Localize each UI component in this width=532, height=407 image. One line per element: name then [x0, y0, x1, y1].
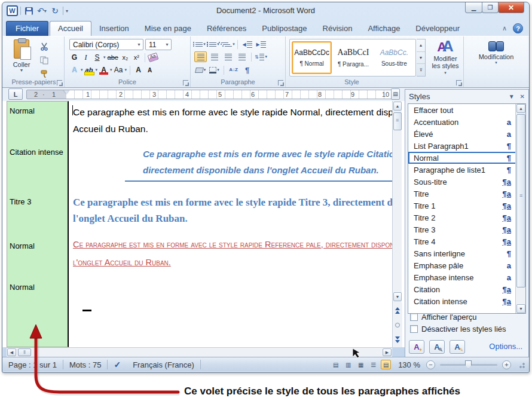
next-page-icon[interactable] [395, 336, 400, 343]
text-effects-dropdown-icon[interactable]: ▾ [81, 68, 83, 72]
tab-selector[interactable]: L [8, 88, 23, 100]
style-area-pane[interactable]: Normal Citation intense Titre 3 Normal N… [7, 101, 69, 347]
zoom-in-icon[interactable]: + [502, 360, 511, 369]
highlight-dropdown-icon[interactable]: ▾ [96, 68, 98, 72]
font-name-select[interactable]: Calibri (Corps)▼ [69, 39, 143, 50]
text-effects-button[interactable]: A [69, 65, 80, 75]
horizontal-ruler[interactable]: 2 · 1 1 2 3 4 5 6 7 8 9 10 [26, 90, 392, 99]
print-layout-view-icon[interactable]: ▤ [331, 360, 341, 369]
zoom-out-icon[interactable]: − [426, 360, 435, 369]
superscript-button[interactable]: x² [132, 52, 142, 63]
style-item[interactable]: Effacer tout [408, 104, 525, 116]
show-preview-checkbox[interactable]: Afficher l'aperçu [410, 313, 477, 322]
gallery-more-icon[interactable]: ⊽ [417, 64, 425, 76]
style-item[interactable]: Titre 1¶a [408, 200, 525, 212]
scroll-up-icon[interactable]: ▲ [393, 102, 402, 111]
draft-view-icon[interactable]: ▤ [381, 360, 391, 369]
scrollbar-thumb[interactable] [393, 112, 402, 130]
manage-styles-button[interactable]: A✎ [450, 340, 465, 354]
minimize-ribbon-icon[interactable]: ∧ [502, 25, 507, 32]
restore-button[interactable]: ❐ [482, 2, 499, 13]
help-icon[interactable]: ? [513, 23, 523, 33]
font-color-button[interactable]: A [99, 65, 109, 75]
page-indicator[interactable]: Page : 1 sur 1 [2, 360, 63, 369]
style-item[interactable]: List Paragraph1¶ [408, 140, 525, 152]
document-page[interactable]: Ce paragraphe est mis en forme avec le s… [70, 101, 392, 347]
shading-button[interactable]: ▾ [194, 65, 207, 75]
select-browse-object-icon[interactable] [395, 323, 400, 328]
subscript-button[interactable]: x₂ [120, 52, 130, 63]
dialog-launcher-icon[interactable] [57, 80, 62, 85]
tab-references[interactable]: Références [199, 22, 254, 36]
tab-revision[interactable]: Révision [315, 22, 360, 36]
style-item[interactable]: Accentuationa [408, 116, 525, 128]
sort-button[interactable]: A↓Z [227, 65, 240, 75]
highlight-color-button[interactable]: ab [84, 65, 94, 75]
dialog-launcher-icon[interactable] [456, 80, 461, 85]
bold-button[interactable]: G [69, 52, 80, 63]
grow-font-button[interactable]: A [133, 65, 143, 75]
tab-fichier[interactable]: Fichier [6, 21, 48, 36]
close-button[interactable]: ✕ [498, 2, 524, 13]
new-style-button[interactable]: A✦ [409, 340, 424, 354]
borders-button[interactable]: ▾ [208, 65, 221, 75]
show-hide-pilcrow-button[interactable]: ¶ [241, 65, 253, 75]
tab-publipostage[interactable]: Publipostage [254, 22, 314, 36]
style-card-sous-titre[interactable]: AaBbCc. Sous-titre [375, 41, 414, 74]
underline-button[interactable]: S [92, 52, 102, 63]
horizontal-scrollbar[interactable]: ◀ ▶ [7, 347, 392, 357]
style-item[interactable]: Emphase pâlea [408, 259, 525, 271]
resize-grip[interactable] [517, 360, 525, 369]
format-painter-icon[interactable] [38, 69, 50, 79]
justify-button[interactable] [236, 51, 248, 62]
pane-close-icon[interactable]: ✕ [520, 93, 525, 100]
gallery-scroll-up-icon[interactable]: ▲ [417, 39, 425, 52]
scroll-down-icon[interactable]: ▼ [516, 304, 525, 313]
style-item[interactable]: Élevéa [408, 128, 525, 140]
checkbox-icon[interactable] [410, 313, 418, 321]
gallery-scroll-down-icon[interactable]: ▼ [417, 52, 425, 65]
cut-icon[interactable] [38, 41, 50, 51]
style-item[interactable]: Titre¶a [408, 188, 525, 200]
scroll-up-icon[interactable]: ▲ [516, 104, 525, 113]
style-card-normal[interactable]: AaBbCcDc ¶ Normal [292, 41, 332, 74]
style-item-selected[interactable]: Normal¶ [408, 152, 525, 164]
change-styles-button[interactable]: AA Modifier les styles ▾ [429, 38, 461, 78]
style-item[interactable]: Paragraphe de liste1¶ [408, 164, 525, 176]
align-left-button[interactable] [194, 51, 207, 62]
underline-dropdown-icon[interactable]: ▾ [103, 55, 106, 60]
scroll-right-icon[interactable]: ▶ [383, 348, 392, 356]
italic-button[interactable]: I [81, 52, 91, 63]
change-case-dropdown-icon[interactable]: ▾ [125, 68, 127, 72]
tab-insertion[interactable]: Insertion [91, 22, 137, 36]
style-item[interactable]: Citation intense¶a [408, 295, 525, 307]
checkbox-icon[interactable] [410, 325, 418, 333]
paste-button[interactable]: Coller ▼ [8, 39, 35, 76]
editing-button[interactable]: Modification ▾ [464, 41, 528, 65]
ruler-toggle-icon[interactable]: ▤ [391, 88, 400, 100]
styles-scrollbar[interactable]: ▲ ▼ [515, 104, 525, 313]
previous-page-icon[interactable] [395, 307, 400, 314]
style-item[interactable]: Titre 3¶a [408, 224, 525, 235]
outline-view-icon[interactable]: ☰ [368, 360, 378, 369]
numbering-button[interactable]: ▾ [208, 39, 221, 50]
paste-dropdown-icon[interactable]: ▼ [20, 68, 24, 72]
hscrollbar-thumb[interactable] [18, 348, 31, 356]
options-link[interactable]: Options... [489, 342, 522, 351]
align-center-button[interactable] [208, 51, 221, 62]
increase-indent-button[interactable]: ▶ [255, 39, 267, 50]
style-item[interactable]: Titre 2¶a [408, 212, 525, 224]
bullets-button[interactable]: ▾ [194, 39, 207, 50]
scroll-down-icon[interactable]: ▼ [393, 292, 402, 301]
scrollbar-thumb[interactable] [516, 114, 525, 287]
dialog-launcher-icon[interactable] [278, 80, 283, 85]
align-right-button[interactable] [222, 51, 234, 62]
style-card-paragraphe[interactable]: AaBbCcI ¶ Paragra... [334, 41, 372, 74]
line-spacing-button[interactable]: ⇅▾ [255, 51, 267, 62]
tab-mise-en-page[interactable]: Mise en page [137, 22, 199, 36]
multilevel-list-button[interactable]: ▾ [222, 39, 234, 50]
change-case-button[interactable]: Aa [114, 65, 124, 75]
indent-markers[interactable] [63, 90, 70, 99]
zoom-slider[interactable] [440, 364, 497, 366]
font-size-select[interactable]: 11▼ [145, 39, 172, 50]
